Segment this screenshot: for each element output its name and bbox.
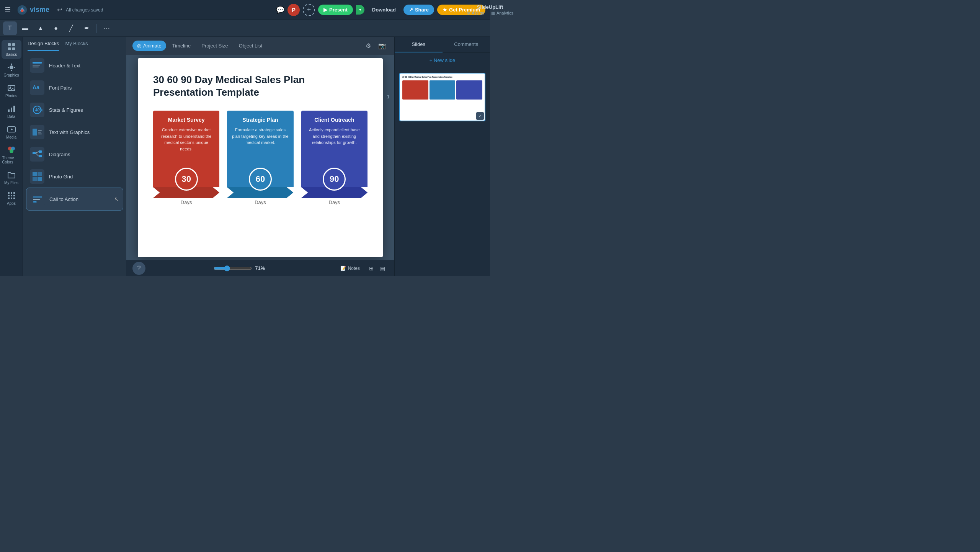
block-item-font-pairs[interactable]: Aa Font Pairs (26, 77, 123, 99)
diagrams-svg (32, 149, 42, 160)
svg-rect-26 (33, 62, 42, 64)
svg-rect-22 (13, 195, 15, 196)
svg-rect-33 (38, 130, 42, 131)
rectangle-tool[interactable]: ▬ (18, 21, 32, 35)
svg-rect-11 (13, 106, 15, 112)
topbar: ☰ visme ↩ All changes saved SlideUpLift … (0, 0, 490, 20)
slide-thumbnail[interactable]: 30 60 90 Day Medical Sales Plan Presenta… (399, 73, 485, 121)
object-list-button[interactable]: Object List (234, 41, 267, 51)
tab-comments[interactable]: Comments (443, 37, 490, 52)
add-collaborator-button[interactable]: + (303, 4, 315, 16)
element-toolbar: T ▬ ▲ ● ╱ ✒ ⋯ (0, 20, 490, 37)
card-heading-1: Strategic Plan (232, 117, 289, 123)
card-strategic-plan: Strategic Plan Formulate a strategic sal… (227, 111, 293, 205)
photos-label: Photos (5, 94, 17, 98)
block-item-text-with-graphics[interactable]: Text with Graphics (26, 121, 123, 143)
thumb-card-red (402, 80, 428, 100)
font-pairs-svg: Aa (32, 82, 42, 93)
text-graphics-svg (32, 127, 42, 137)
sidebar-item-basics[interactable]: Basics (2, 40, 21, 59)
block-item-diagrams[interactable]: Diagrams (26, 143, 123, 165)
slide-canvas-wrapper[interactable]: 30 60 90 Day Medical Sales Plan Presenta… (126, 55, 394, 260)
animate-button[interactable]: ◎ Animate (132, 41, 166, 51)
tab-slides[interactable]: Slides (395, 37, 443, 52)
svg-point-16 (10, 149, 13, 153)
block-item-call-to-action[interactable]: Call to Action ↖ (26, 188, 123, 211)
thumb-cards (402, 80, 482, 100)
photo-grid-label: Photo Grid (49, 174, 73, 180)
timeline-button[interactable]: Timeline (168, 41, 196, 51)
sidebar-item-apps[interactable]: Apps (2, 189, 21, 208)
svg-rect-19 (13, 192, 15, 194)
svg-rect-10 (11, 108, 12, 112)
circle-tool[interactable]: ● (49, 21, 63, 35)
blocks-tabs: Design Blocks My Blocks (23, 37, 126, 51)
svg-rect-44 (38, 177, 42, 181)
sidebar-item-my-files[interactable]: My Files (2, 168, 21, 187)
undo-button[interactable]: ↩ (57, 6, 62, 13)
expand-slide-button[interactable]: ⤢ (476, 112, 484, 120)
blocks-panel: Design Blocks My Blocks Header & Text Aa (23, 37, 126, 276)
block-item-header-text[interactable]: Header & Text (26, 54, 123, 77)
block-item-stats-figures[interactable]: 40% Stats & Figures (26, 99, 123, 121)
notes-button[interactable]: 📝 Notes (337, 264, 363, 273)
svg-marker-13 (11, 128, 13, 131)
data-label: Data (7, 114, 15, 119)
assign-button[interactable]: ⊕ Assign (467, 11, 484, 16)
my-files-label: My Files (4, 181, 18, 185)
sidebar-item-theme-colors[interactable]: Theme Colors (2, 143, 21, 167)
settings-button[interactable]: ⚙ (362, 40, 374, 52)
header-text-icon (30, 58, 44, 73)
hamburger-icon[interactable]: ☰ (5, 6, 11, 14)
basics-label: Basics (6, 52, 17, 57)
pen-tool[interactable]: ✒ (80, 21, 93, 35)
svg-point-1 (21, 9, 24, 12)
cursor-indicator: ↖ (114, 196, 119, 203)
svg-rect-27 (33, 65, 40, 65)
svg-rect-23 (8, 198, 10, 199)
right-panel: Slides Comments + New slide 1 30 60 90 D… (394, 37, 490, 276)
sidebar-item-graphics[interactable]: Graphics (2, 60, 21, 80)
slide-number: 1 (387, 94, 390, 100)
sidebar-item-data[interactable]: Data (2, 102, 21, 121)
svg-rect-35 (38, 134, 42, 134)
right-panel-tabs: Slides Comments (395, 37, 490, 53)
more-tools-button[interactable]: ⋯ (100, 21, 114, 35)
present-play-icon: ▶ (323, 7, 327, 13)
project-size-button[interactable]: Project Size (197, 41, 232, 51)
svg-rect-34 (38, 132, 41, 132)
triangle-tool[interactable]: ▲ (34, 21, 47, 35)
svg-text:Aa: Aa (33, 84, 39, 90)
svg-rect-28 (33, 67, 39, 67)
card-days-0: Days (181, 199, 192, 205)
sidebar-item-media[interactable]: Media (2, 122, 21, 142)
my-files-icon (7, 170, 16, 180)
share-button[interactable]: ↗ Share (403, 5, 434, 15)
card-text-2: Actively expand client base and strength… (306, 127, 363, 146)
tab-design-blocks[interactable]: Design Blocks (28, 37, 59, 51)
comments-button[interactable]: 💬 (276, 6, 284, 14)
svg-rect-24 (11, 198, 12, 199)
list-view-button[interactable]: ▤ (377, 263, 388, 274)
zoom-slider[interactable] (214, 265, 252, 271)
grid-view-button[interactable]: ⊞ (366, 263, 377, 274)
svg-rect-25 (13, 198, 15, 199)
help-button[interactable]: ? (132, 262, 145, 275)
zoom-controls: 71% (214, 265, 269, 271)
slide-title: 30 60 90 Day Medical Sales Plan Presenta… (153, 73, 368, 100)
photo-grid-icon (30, 169, 44, 184)
new-slide-button[interactable]: + New slide (395, 53, 490, 68)
preview-button[interactable]: 📷 (376, 40, 388, 52)
apps-label: Apps (7, 201, 16, 206)
text-tool[interactable]: T (3, 21, 17, 35)
present-dropdown-button[interactable]: ▾ (356, 5, 364, 15)
block-item-photo-grid[interactable]: Photo Grid (26, 165, 123, 188)
present-button[interactable]: ▶ Present (318, 5, 353, 15)
sidebar-item-photos[interactable]: Photos (2, 81, 21, 100)
line-tool[interactable]: ╱ (64, 21, 78, 35)
svg-rect-36 (33, 152, 36, 154)
tab-my-blocks[interactable]: My Blocks (65, 37, 88, 51)
card-heading-2: Client Outreach (306, 117, 363, 123)
svg-text:40%: 40% (35, 108, 42, 112)
download-button[interactable]: Download (368, 5, 400, 15)
